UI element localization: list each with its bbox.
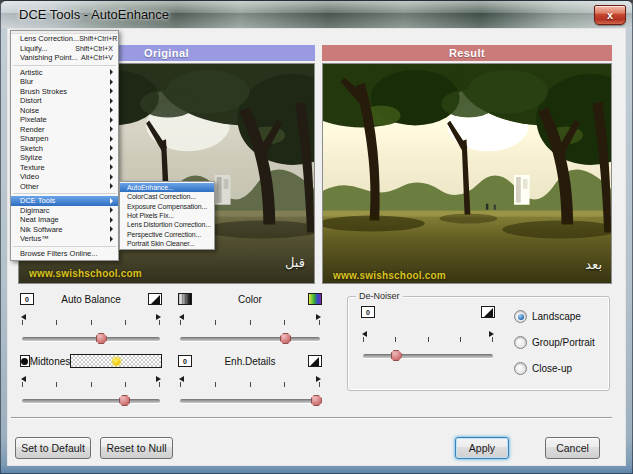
midtones-header: Midtones <box>20 354 162 368</box>
midtones-label: Midtones <box>30 356 71 367</box>
set-to-default-button[interactable]: Set to Default <box>15 437 91 459</box>
midtones-group: Midtones <box>20 354 162 412</box>
radio-button[interactable] <box>514 336 527 349</box>
radio-landscape[interactable]: Landscape <box>514 310 581 323</box>
submenu-arrow-icon <box>110 236 113 242</box>
submenu-arrow-icon <box>110 69 113 75</box>
title-bar[interactable]: DCE Tools - AutoEnhance x <box>1 1 632 28</box>
menu-item-sharpen[interactable]: Sharpen <box>11 134 118 144</box>
slider-rail <box>22 337 160 341</box>
menu-item-liquify[interactable]: Liquify... Shift+Ctrl+X <box>11 44 118 54</box>
submenu-item-hot-pixels-fix[interactable]: Hot Pixels Fix... <box>120 211 214 220</box>
menu-item-pixelate[interactable]: Pixelate <box>11 115 118 125</box>
submenu-item-lens-distortion-correction[interactable]: Lens Distortion Correction... <box>120 220 214 229</box>
menu-item-noise[interactable]: Noise <box>11 106 118 116</box>
dce-tools-submenu: AutoEnhance... ColorCast Correction... E… <box>119 181 215 250</box>
color-slider[interactable] <box>180 332 320 345</box>
slider-rail <box>22 399 160 403</box>
window-title: DCE Tools - AutoEnhance <box>19 7 169 22</box>
color-label: Color <box>238 294 262 305</box>
color-header: Color <box>178 292 322 306</box>
result-photo <box>323 64 611 283</box>
dark-circle-icon[interactable] <box>20 355 30 367</box>
submenu-arrow-icon <box>110 198 113 204</box>
menu-item-stylize[interactable]: Stylize <box>11 153 118 163</box>
menu-item-blur[interactable]: Blur <box>11 77 118 87</box>
grayscale-gradient-icon[interactable] <box>178 293 192 305</box>
radio-button[interactable] <box>514 310 527 323</box>
midtones-slider[interactable] <box>22 394 160 407</box>
sun-icon[interactable] <box>70 354 162 368</box>
after-label: بعد <box>585 257 602 272</box>
slider-thumb[interactable] <box>311 395 322 406</box>
dce-tools-dialog: DCE Tools - AutoEnhance x Original <box>0 0 633 474</box>
menu-item-distort[interactable]: Distort <box>11 96 118 106</box>
result-pane-header: Result <box>322 45 612 61</box>
contrast-icon[interactable] <box>481 306 495 318</box>
radio-group-portrait[interactable]: Group/Portrait <box>514 336 595 349</box>
submenu-item-portrait-skin-cleaner[interactable]: Portrait Skin Cleaner... <box>120 239 214 248</box>
radio-close-up[interactable]: Close-up <box>514 362 572 375</box>
denoiser-slider[interactable] <box>363 349 493 362</box>
enh-details-slider[interactable] <box>180 394 320 407</box>
auto-balance-header: 0 Auto Balance <box>20 292 162 306</box>
menu-item-texture[interactable]: Texture <box>11 163 118 173</box>
reset-to-null-button[interactable]: Reset to Null <box>100 437 173 459</box>
submenu-item-exposure-compensation[interactable]: Exposure Compensation... <box>120 202 214 211</box>
zero-icon[interactable]: 0 <box>20 293 34 305</box>
menu-item-artistic[interactable]: Artistic <box>11 68 118 78</box>
zero-icon[interactable]: 0 <box>361 306 375 318</box>
slider-ticks <box>363 331 493 342</box>
menu-item-vertus[interactable]: Vertus™ <box>11 234 118 244</box>
submenu-arrow-icon <box>110 126 113 132</box>
cancel-button[interactable]: Cancel <box>545 437 600 459</box>
menu-item-render[interactable]: Render <box>11 125 118 135</box>
menu-item-neat-image[interactable]: Neat Image <box>11 215 118 225</box>
submenu-item-colorcast-correction[interactable]: ColorCast Correction... <box>120 192 214 201</box>
menu-item-digimarc[interactable]: Digimarc <box>11 206 118 216</box>
submenu-item-perspective-correction[interactable]: Perspective Correction... <box>120 229 214 238</box>
watermark: www.swishschool.com <box>333 270 446 281</box>
submenu-arrow-icon <box>110 107 113 113</box>
menu-item-brush-strokes[interactable]: Brush Strokes <box>11 87 118 97</box>
menu-item-lens-correction[interactable]: Lens Correction... Shift+Ctrl+R <box>11 34 118 44</box>
watermark: www.swishschool.com <box>29 268 142 279</box>
zero-icon[interactable]: 0 <box>178 355 192 367</box>
auto-balance-slider[interactable] <box>22 332 160 345</box>
submenu-arrow-icon <box>110 174 113 180</box>
submenu-arrow-icon <box>110 183 113 189</box>
close-icon: x <box>607 10 613 21</box>
radio-button[interactable] <box>514 362 527 375</box>
menu-item-browse-filters-online[interactable]: Browse Filters Online... <box>11 249 118 259</box>
slider-thumb[interactable] <box>280 333 291 344</box>
submenu-arrow-icon <box>110 136 113 142</box>
slider-thumb[interactable] <box>391 350 402 361</box>
contrast-icon[interactable] <box>308 355 322 367</box>
color-spectrum-icon[interactable] <box>308 293 322 305</box>
slider-ticks <box>22 376 160 387</box>
slider-thumb[interactable] <box>119 395 130 406</box>
apply-button[interactable]: Apply <box>455 437 509 459</box>
denoiser-slider-header: 0 <box>361 305 495 319</box>
result-preview[interactable]: www.swishschool.com بعد <box>322 63 612 284</box>
menu-item-sketch[interactable]: Sketch <box>11 144 118 154</box>
shortcut: Shift+Ctrl+R <box>79 35 117 42</box>
enh-details-header: 0 Enh.Details <box>178 354 322 368</box>
denoiser-slider-group: 0 <box>361 305 495 365</box>
submenu-arrow-icon <box>110 164 113 170</box>
denoiser-groupbox: De-Noiser 0 Landscape Group/Portrait Clo… <box>347 296 610 391</box>
menu-item-video[interactable]: Video <box>11 172 118 182</box>
menu-item-dce-tools[interactable]: DCE Tools <box>11 196 118 206</box>
radio-label: Landscape <box>532 311 581 322</box>
close-button[interactable]: x <box>594 5 626 25</box>
menu-item-other[interactable]: Other <box>11 182 118 192</box>
submenu-arrow-icon <box>110 98 113 104</box>
slider-rail <box>180 337 320 341</box>
menu-item-nik-software[interactable]: Nik Software <box>11 225 118 235</box>
submenu-item-autoenhance[interactable]: AutoEnhance... <box>120 183 214 192</box>
slider-thumb[interactable] <box>96 333 107 344</box>
contrast-icon[interactable] <box>148 293 162 305</box>
slider-ticks <box>180 376 320 387</box>
shortcut: Shift+Ctrl+X <box>75 45 113 52</box>
menu-item-vanishing-point[interactable]: Vanishing Point... Alt+Ctrl+V <box>11 53 118 63</box>
